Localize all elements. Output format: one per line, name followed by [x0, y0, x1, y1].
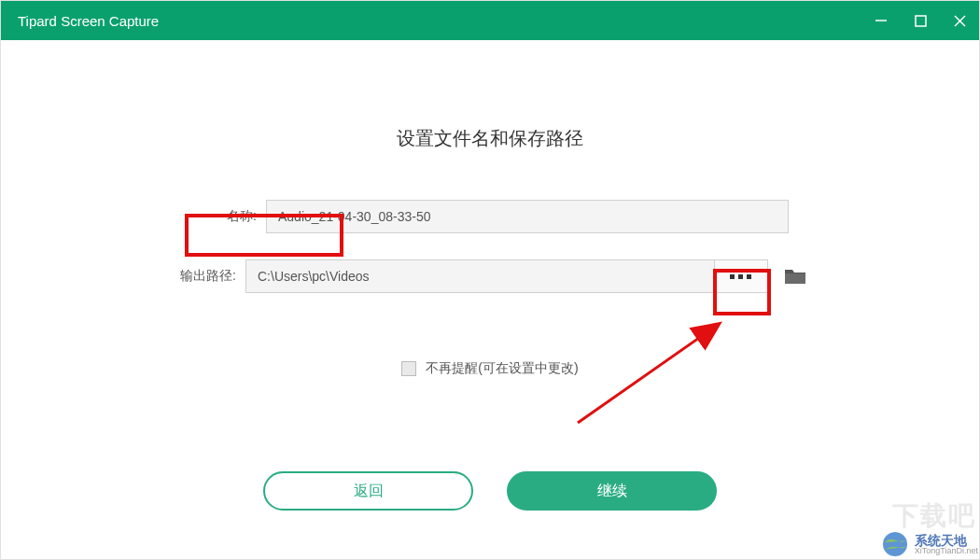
dont-remind-checkbox[interactable] — [401, 361, 416, 376]
svg-rect-1 — [916, 16, 926, 26]
action-buttons: 返回 继续 — [263, 471, 717, 511]
close-button[interactable] — [940, 1, 979, 40]
path-row: 输出路径: — [171, 259, 809, 293]
window-controls — [861, 1, 979, 40]
maximize-icon — [915, 15, 927, 27]
close-icon — [953, 14, 967, 28]
app-title: Tipard Screen Capture — [18, 13, 159, 29]
svg-rect-7 — [785, 273, 805, 284]
minimize-button[interactable] — [861, 1, 901, 40]
maximize-button[interactable] — [901, 1, 940, 40]
browse-button[interactable] — [714, 259, 768, 293]
app-window: Tipard Screen Capture 设置文件名和保存路径 名称: 输出路… — [0, 0, 980, 560]
reminder-label: 不再提醒(可在设置中更改) — [426, 360, 578, 377]
open-folder-button[interactable] — [781, 259, 809, 293]
minimize-icon — [875, 14, 888, 27]
svg-rect-6 — [747, 274, 751, 279]
path-label: 输出路径: — [171, 268, 236, 285]
name-label: 名称: — [191, 208, 257, 225]
dialog-heading: 设置文件名和保存路径 — [397, 126, 583, 151]
output-path-input[interactable] — [245, 259, 714, 293]
ellipsis-icon — [729, 273, 753, 280]
folder-icon — [784, 267, 806, 286]
svg-line-8 — [578, 325, 718, 423]
titlebar: Tipard Screen Capture — [1, 1, 979, 40]
svg-rect-5 — [738, 274, 743, 279]
svg-rect-4 — [730, 274, 735, 279]
dialog-content: 设置文件名和保存路径 名称: 输出路径: — [1, 40, 979, 559]
filename-input[interactable] — [266, 200, 789, 233]
name-row: 名称: — [191, 200, 789, 233]
titlebar-left: Tipard Screen Capture — [18, 13, 159, 29]
back-button[interactable]: 返回 — [263, 471, 473, 511]
arrow-annotation — [570, 311, 738, 432]
continue-button[interactable]: 继续 — [507, 471, 717, 511]
reminder-row: 不再提醒(可在设置中更改) — [401, 360, 578, 377]
